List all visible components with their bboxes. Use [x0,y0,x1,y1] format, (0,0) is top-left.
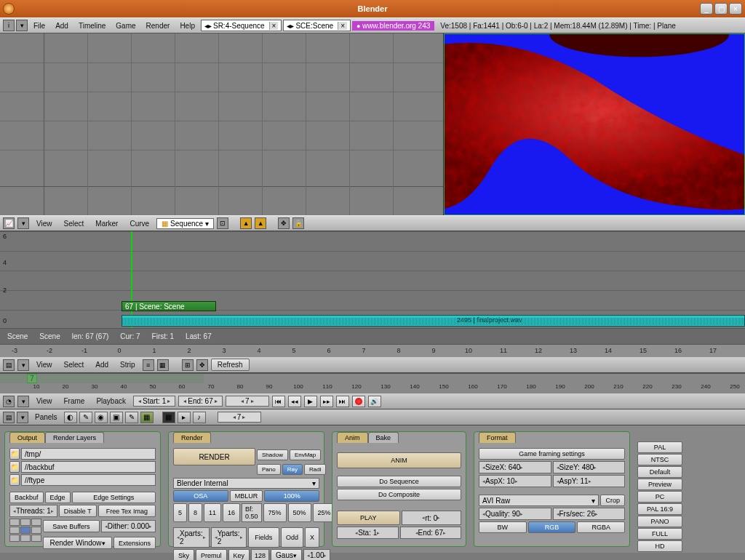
buttons-icon[interactable]: ▤ [3,412,15,423]
threads-field[interactable]: ◂Threads: 1▸ [9,505,57,517]
sky-button[interactable]: Sky [173,549,194,560]
buttons-menu-toggle[interactable]: ▾ [17,412,28,423]
prev-key-icon[interactable]: ◂◂ [288,396,301,407]
sound-icon[interactable]: 🔊 [368,396,381,407]
key-button[interactable]: Key [228,549,250,560]
blender-link[interactable]: ● www.blender.org 243 [352,21,434,31]
disable-tex-button[interactable]: Disable T [59,505,97,517]
refresh-button[interactable]: Refresh [211,359,250,371]
lock-icon[interactable]: 🔒 [292,217,304,229]
ftype-path-field[interactable]: //ftype [21,474,156,486]
sizex-field[interactable]: ◂SizeX: 640▸ [479,461,551,473]
aspy-field[interactable]: ◂AspY: 11▸ [553,475,626,487]
scene-strip[interactable]: 67 | Scene: Scene [121,301,216,311]
menu-game[interactable]: Game [111,21,140,31]
ipo-editor[interactable] [0,33,444,215]
dither-field[interactable]: ◂Dither: 0.000▸ [101,520,156,532]
zoom-border-icon[interactable]: ⊡ [217,217,228,229]
seq-snap-b[interactable]: ✥ [196,359,208,371]
backbuf-button[interactable]: Backbuf [9,492,44,503]
playhead[interactable] [131,231,132,344]
buttons-panels[interactable]: Panels [31,413,62,421]
maximize-button[interactable]: ▢ [714,3,728,15]
render-window-button[interactable]: Render Window▾ [43,537,112,549]
timeline-icon[interactable]: ◔ [3,396,15,407]
time-playback[interactable]: Playback [92,397,130,405]
buttons-frame-field[interactable]: ◂7▸ [218,412,261,423]
info-icon[interactable]: i [3,20,15,31]
preset-pal169[interactable]: PAL 16:9 [637,503,682,515]
preset-preview[interactable]: Preview [637,479,682,490]
rgb-button[interactable]: RGB [528,521,576,533]
pct100-button[interactable]: 100% [264,490,319,502]
sequence-editor[interactable]: 6 4 2 0 67 | Scene: Scene 2495 | finalpr… [0,231,745,344]
menu-toggle-icon[interactable]: ▾ [16,20,28,31]
sizey-field[interactable]: ◂SizeY: 480▸ [553,461,626,473]
ray-button[interactable]: Ray [282,464,303,475]
codec-selector[interactable]: AVI Raw▾ [479,495,599,506]
seq-view[interactable]: View [32,361,57,369]
context-editing-icon[interactable]: ✎ [125,412,138,423]
subcontext-sound-icon[interactable]: ♪ [193,412,206,423]
edge-button[interactable]: Edge [45,492,71,503]
preset-default[interactable]: Default [637,466,682,478]
ipo-select[interactable]: Select [60,220,89,228]
pct75[interactable]: 75% [263,503,287,522]
audio-strip[interactable]: 2495 | finalproject.wav [121,315,745,327]
ipo-type-selector[interactable]: ▦Sequence▾ [156,218,214,229]
osa11[interactable]: 11 [204,503,221,522]
play-button[interactable]: PLAY [337,511,400,525]
premul-button[interactable]: Premul [196,549,227,560]
record-icon[interactable] [352,396,365,407]
osa8[interactable]: 8 [188,503,202,522]
menu-help[interactable]: Help [175,21,199,31]
menu-render[interactable]: Render [142,21,175,31]
pct50[interactable]: 50% [288,503,311,522]
x-button[interactable]: X [305,527,319,548]
crop-button[interactable]: Crop [600,495,625,506]
minimize-button[interactable]: _ [700,3,713,15]
context-script-icon[interactable]: ✎ [79,412,92,423]
context-logic-icon[interactable]: ◐ [64,412,77,423]
seq-add[interactable]: Add [91,361,113,369]
sta-field[interactable]: ◂Sta: 1▸ [337,527,399,539]
seq-snap-a[interactable]: ⊞ [182,359,194,371]
bf-field[interactable]: Bf: 0.50 [242,503,262,522]
ipo-curve[interactable]: Curve [125,220,154,228]
backbuf-path-field[interactable]: //backbuf [21,461,156,473]
ipo-menu-toggle[interactable]: ▾ [17,217,29,229]
xparts-field[interactable]: ◂Xparts: 2▸ [173,527,210,548]
preset-pal[interactable]: PAL [637,441,682,453]
timeline[interactable]: 7 10203040506070809010011012013014015016… [0,373,745,393]
end-frame-field[interactable]: ◂End: 67▸ [178,396,222,407]
bake-tab[interactable]: Bake [368,432,399,443]
gaus-button[interactable]: Gaus▾ [271,549,302,560]
key-icon-b[interactable]: ▲ [255,217,266,229]
preset-full[interactable]: FULL [637,528,682,540]
free-tex-button[interactable]: Free Tex Imag [98,505,156,517]
ipo-view[interactable]: View [32,220,57,228]
pano-button[interactable]: Pano [257,464,281,475]
folder-icon[interactable]: 📁 [9,448,20,460]
osa16[interactable]: 16 [223,503,240,522]
scene-selector[interactable]: ◂▸ SCE:Scene× [283,20,351,31]
menu-file[interactable]: File [29,21,49,31]
menu-timeline[interactable]: Timeline [74,21,110,31]
do-sequence-button[interactable]: Do Sequence [337,476,461,487]
fps-field[interactable]: ◂Frs/sec: 26▸ [553,508,626,520]
ipo-editor-icon[interactable]: 📈 [3,217,15,229]
anim-tab[interactable]: Anim [337,432,368,443]
quality-field[interactable]: ◂Quality: 90▸ [479,508,551,520]
filter-size-field[interactable]: ◂1.00▸ [303,549,330,560]
seq-strip[interactable]: Strip [116,361,140,369]
key-icon-a[interactable]: ▲ [240,217,252,229]
octree-field[interactable]: 128 [251,549,269,560]
preset-ntsc[interactable]: NTSC [637,454,682,465]
format-tab[interactable]: Format [479,432,516,443]
output-tab[interactable]: Output [9,432,45,443]
context-scene-icon[interactable]: ▦ [140,412,154,423]
mblur-button[interactable]: MBLUR [230,490,263,502]
preset-hd[interactable]: HD [637,540,682,552]
seq-mode-b[interactable]: ▦ [157,359,169,371]
context-object-icon[interactable]: ▣ [110,412,123,423]
